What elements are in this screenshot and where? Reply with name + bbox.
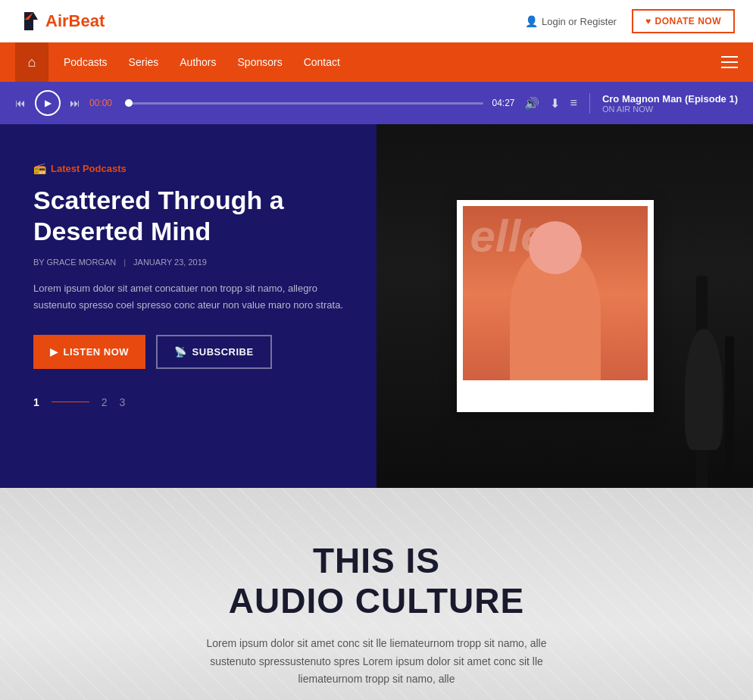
- forward-button[interactable]: ⏭: [70, 97, 80, 109]
- polaroid-image: elle: [463, 206, 648, 380]
- hero-title: Scattered Through a Deserted Mind: [33, 185, 343, 247]
- volume-icon[interactable]: 🔊: [524, 96, 539, 111]
- player-info: Cro Magnon Man (Episode 1) ON AIR NOW: [589, 93, 738, 114]
- pagination: 1 2 3: [33, 396, 343, 408]
- hero-image: elle: [376, 124, 753, 488]
- nav-item-sponsors[interactable]: Sponsors: [238, 56, 283, 68]
- hero-date: JANUARY 23, 2019: [133, 258, 207, 267]
- player-status: ON AIR NOW: [602, 105, 738, 114]
- progress-bar[interactable]: [125, 102, 483, 105]
- hero-buttons: ▶ LISTEN NOW 📡 SUBSCRIBE: [33, 335, 343, 369]
- nav-item-series[interactable]: Series: [129, 56, 159, 68]
- nav-item-contact[interactable]: Contact: [304, 56, 340, 68]
- progress-handle: [125, 99, 133, 107]
- player-controls-right: 🔊 ⬇ ≡: [524, 96, 577, 111]
- audio-culture-text: Lorem ipsum dolor sit amet conc sit lle …: [195, 635, 558, 689]
- nav-home-button[interactable]: ⌂: [15, 42, 48, 82]
- audio-culture-content: THIS IS AUDIO CULTURE Lorem ipsum dolor …: [30, 541, 723, 689]
- logo-icon: [18, 9, 42, 33]
- nav-links: Podcasts Series Authors Sponsors Contact: [64, 56, 721, 68]
- hero-background: elle: [376, 124, 753, 488]
- hero-author: BY GRACE MORGAN: [33, 258, 116, 267]
- hero-meta: BY GRACE MORGAN | JANUARY 23, 2019: [33, 258, 343, 267]
- hamburger-menu[interactable]: [721, 56, 738, 68]
- polaroid-frame: elle: [457, 200, 654, 412]
- page-3[interactable]: 3: [120, 396, 126, 408]
- nav-item-podcasts[interactable]: Podcasts: [64, 56, 108, 68]
- rss-icon: 📻: [33, 162, 46, 174]
- hero-section: 📻 Latest Podcasts Scattered Through a De…: [0, 124, 753, 488]
- time-current: 00:00: [89, 98, 116, 108]
- play-icon: ▶: [45, 98, 52, 108]
- hero-content: 📻 Latest Podcasts Scattered Through a De…: [0, 124, 376, 488]
- subscribe-button[interactable]: 📡 SUBSCRIBE: [156, 335, 272, 369]
- login-link[interactable]: 👤 Login or Register: [525, 15, 617, 27]
- player-title: Cro Magnon Man (Episode 1): [602, 93, 738, 105]
- nav-item-authors[interactable]: Authors: [180, 56, 216, 68]
- main-nav: ⌂ Podcasts Series Authors Sponsors Conta…: [0, 42, 753, 82]
- listen-now-button[interactable]: ▶ LISTEN NOW: [33, 335, 145, 369]
- home-icon: ⌂: [28, 55, 36, 70]
- heart-icon: ♥: [645, 16, 651, 27]
- header: AirBeat 👤 Login or Register ♥ DONATE NOW: [0, 0, 753, 42]
- latest-label: Latest Podcasts: [51, 163, 127, 174]
- playlist-icon[interactable]: ≡: [570, 96, 577, 110]
- rewind-button[interactable]: ⏮: [15, 97, 26, 109]
- page-divider: [52, 402, 89, 402]
- play-button[interactable]: ▶: [35, 90, 61, 116]
- page-2[interactable]: 2: [102, 396, 108, 408]
- user-icon: 👤: [525, 15, 538, 27]
- player-bar: ⏮ ▶ ⏭ 00:00 04:27 🔊 ⬇ ≡ Cro Magnon Man (…: [0, 82, 753, 124]
- play-icon-btn: ▶: [50, 346, 58, 358]
- time-total: 04:27: [492, 98, 515, 108]
- rss-icon-btn: 📡: [174, 346, 187, 358]
- download-icon[interactable]: ⬇: [550, 96, 560, 111]
- audio-culture-title: THIS IS AUDIO CULTURE: [30, 541, 723, 621]
- hero-excerpt: Lorem ipsum dolor sit amet concatuer non…: [33, 280, 343, 314]
- donate-button[interactable]: ♥ DONATE NOW: [632, 9, 735, 33]
- logo[interactable]: AirBeat: [18, 9, 105, 33]
- latest-badge: 📻 Latest Podcasts: [33, 162, 343, 174]
- page-1[interactable]: 1: [33, 396, 39, 408]
- logo-text: AirBeat: [45, 11, 105, 31]
- audio-culture-section: THIS IS AUDIO CULTURE Lorem ipsum dolor …: [0, 488, 753, 700]
- header-right: 👤 Login or Register ♥ DONATE NOW: [525, 9, 735, 33]
